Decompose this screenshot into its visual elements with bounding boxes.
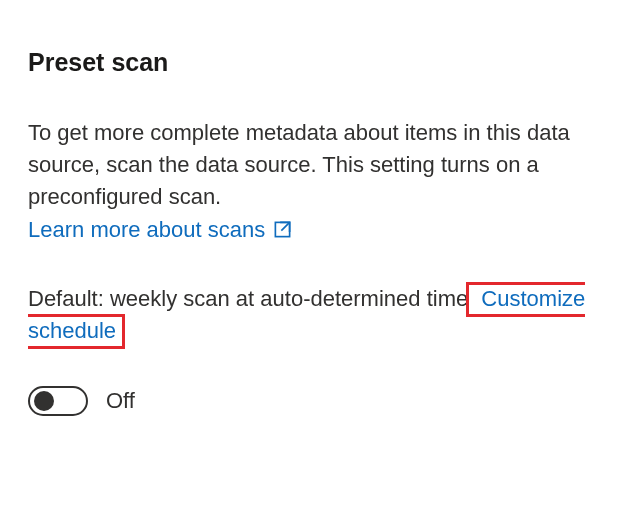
schedule-block: Default: weekly scan at auto-determined … <box>28 283 593 347</box>
toggle-row: Off <box>28 386 593 416</box>
preset-scan-heading: Preset scan <box>28 48 593 77</box>
preset-scan-description: To get more complete metadata about item… <box>28 117 593 213</box>
toggle-knob <box>34 391 54 411</box>
learn-more-row: Learn more about scans <box>28 217 292 243</box>
toggle-label: Off <box>106 388 135 414</box>
learn-more-link[interactable]: Learn more about scans <box>28 217 265 243</box>
schedule-default-text: Default: weekly scan at auto-determined … <box>28 286 468 311</box>
open-new-window-icon <box>273 220 292 239</box>
preset-scan-toggle[interactable] <box>28 386 88 416</box>
